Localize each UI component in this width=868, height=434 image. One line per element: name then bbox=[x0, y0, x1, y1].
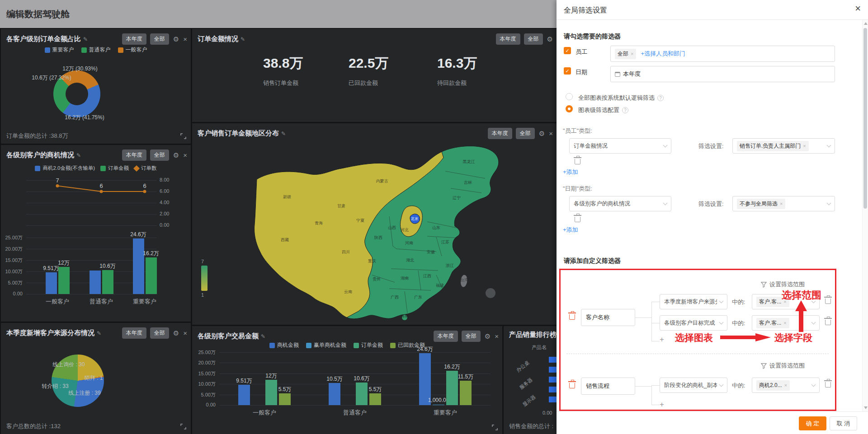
edit-pencil-icon[interactable]: ✎ bbox=[97, 330, 101, 336]
scope-button[interactable]: 全部 bbox=[516, 128, 535, 139]
employee-type-field-select[interactable]: 销售订单.负责人主属部门× bbox=[732, 138, 835, 154]
help-icon[interactable]: ? bbox=[622, 107, 628, 113]
china-map[interactable]: 新疆西藏青海甘肃内蒙古宁夏陕西山西河北北京黑龙江吉林辽宁山东河南江苏安徽湖北浙江… bbox=[192, 140, 557, 320]
delete-row-icon[interactable] bbox=[825, 299, 831, 304]
custom2-field-select-1[interactable]: 商机2.0...× bbox=[752, 378, 820, 393]
employee-tag[interactable]: 全部× bbox=[615, 49, 636, 59]
close-icon[interactable]: × bbox=[183, 329, 187, 337]
gear-icon[interactable]: ⚙ bbox=[173, 329, 179, 337]
gear-icon[interactable]: ⚙ bbox=[547, 35, 553, 43]
tag-close-icon[interactable]: × bbox=[780, 201, 783, 206]
custom2-chart-select-1[interactable]: 阶段变化的商机_副本 bbox=[660, 378, 727, 393]
legend-item[interactable]: 订单数 bbox=[134, 165, 157, 172]
card-actions: 本年度 全部 ⚙ bbox=[492, 33, 553, 45]
add-condition-button[interactable]: + bbox=[660, 400, 664, 409]
scope-button[interactable]: 全部 bbox=[150, 33, 169, 45]
help-icon[interactable]: ? bbox=[657, 95, 664, 101]
custom1-field-select-2[interactable]: 客户.客...× bbox=[752, 315, 820, 331]
employee-checkbox[interactable]: ✓ bbox=[564, 47, 571, 54]
select-people-link[interactable]: +选择人员和部门 bbox=[641, 50, 685, 58]
section-heading-custom: 请添加自定义筛选器 bbox=[564, 257, 621, 265]
confirm-button[interactable]: 确 定 bbox=[799, 416, 826, 430]
expand-icon[interactable] bbox=[492, 425, 498, 430]
period-button[interactable]: 本年度 bbox=[122, 149, 146, 161]
visualmap-legend[interactable]: 7 1 bbox=[201, 259, 213, 298]
cancel-button[interactable]: 取 消 bbox=[830, 416, 857, 430]
legend-item[interactable]: 重要客户 bbox=[45, 46, 74, 54]
date-type-field-select[interactable]: 不参与全局筛选× bbox=[732, 196, 835, 211]
close-icon[interactable]: × bbox=[549, 130, 553, 137]
set-filter-range-button[interactable]: 设置筛选范围 bbox=[761, 362, 805, 370]
date-checkbox[interactable]: ✓ bbox=[564, 67, 571, 75]
set-filter-range-button[interactable]: 设置筛选范围 bbox=[761, 280, 805, 289]
legend-item[interactable]: 已回款金额 bbox=[390, 341, 425, 349]
radio-chart-level[interactable] bbox=[566, 105, 573, 112]
add-date-type-link[interactable]: +添加 bbox=[563, 226, 578, 234]
legend-item[interactable]: 商机金额 bbox=[269, 341, 299, 349]
expand-icon[interactable] bbox=[180, 133, 186, 139]
period-button[interactable]: 本年度 bbox=[496, 33, 520, 45]
delete-row-icon[interactable] bbox=[825, 320, 831, 325]
close-icon[interactable]: × bbox=[183, 35, 187, 43]
panel-scrollbar[interactable] bbox=[862, 20, 868, 411]
add-condition-button[interactable]: + bbox=[660, 335, 664, 344]
period-button[interactable]: 本年度 bbox=[434, 331, 458, 342]
legend-item[interactable]: 订单金额 bbox=[100, 165, 129, 172]
delete-row-icon[interactable] bbox=[575, 159, 580, 164]
scroll-down-arrow[interactable] bbox=[864, 406, 868, 409]
legend-item[interactable]: 普通客户 bbox=[81, 46, 111, 54]
gear-icon[interactable]: ⚙ bbox=[173, 35, 179, 43]
gear-icon[interactable]: ⚙ bbox=[485, 332, 491, 341]
period-button[interactable]: 本年度 bbox=[488, 128, 512, 139]
scope-button[interactable]: 全部 bbox=[524, 33, 543, 45]
date-field[interactable]: 本年度 bbox=[610, 66, 835, 82]
add-employee-type-link[interactable]: +添加 bbox=[563, 168, 578, 176]
employee-type-chart-select[interactable]: 订单金额情况 bbox=[569, 138, 671, 154]
tree-line bbox=[651, 405, 660, 405]
field-tag[interactable]: 不参与全局筛选× bbox=[737, 199, 785, 209]
field-tag[interactable]: 商机2.0...× bbox=[756, 380, 790, 391]
custom-filter-name-input[interactable]: 客户名称 bbox=[581, 309, 635, 326]
field-tag[interactable]: 客户.客...× bbox=[756, 318, 789, 328]
period-button[interactable]: 本年度 bbox=[122, 327, 146, 339]
close-icon[interactable]: × bbox=[183, 151, 187, 159]
radio-default-logic[interactable] bbox=[566, 93, 573, 100]
legend-item[interactable]: 一般客户 bbox=[118, 46, 147, 54]
tag-close-icon[interactable]: × bbox=[803, 143, 806, 149]
edit-pencil-icon[interactable]: ✎ bbox=[281, 131, 286, 137]
delete-row-icon[interactable] bbox=[825, 382, 831, 387]
custom-filter-name-input[interactable]: 销售流程 bbox=[581, 378, 635, 395]
legend-item[interactable]: 商机2.0金额(不含输单) bbox=[35, 165, 95, 172]
delete-group-icon[interactable] bbox=[569, 314, 575, 320]
custom1-chart-select-1[interactable]: 本季度新增客户来源分 bbox=[660, 294, 727, 309]
panel-close-icon[interactable]: × bbox=[855, 4, 861, 14]
edit-pencil-icon[interactable]: ✎ bbox=[261, 333, 265, 340]
close-icon[interactable]: × bbox=[495, 332, 499, 340]
tag-close-icon[interactable]: × bbox=[783, 320, 786, 326]
scroll-up-arrow[interactable] bbox=[864, 22, 868, 25]
gear-icon[interactable]: ⚙ bbox=[173, 151, 179, 159]
map-province-label: 湖南 bbox=[401, 276, 409, 280]
edit-pencil-icon[interactable]: ✎ bbox=[83, 36, 88, 42]
date-type-chart-select[interactable]: 各级别客户的商机情况 bbox=[569, 196, 671, 211]
legend-item[interactable]: 订单金额 bbox=[354, 341, 383, 349]
card-actions: 本年度 全部 ⚙ × bbox=[430, 331, 499, 342]
legend-item[interactable]: 赢单商机金额 bbox=[306, 341, 346, 349]
scope-button[interactable]: 全部 bbox=[150, 149, 169, 161]
scope-button[interactable]: 全部 bbox=[462, 331, 481, 342]
employee-field[interactable]: 全部× +选择人员和部门 bbox=[610, 46, 835, 62]
field-tag[interactable]: 销售订单.负责人主属部门× bbox=[737, 141, 809, 151]
gear-icon[interactable]: ⚙ bbox=[539, 130, 545, 138]
edit-pencil-icon[interactable]: ✎ bbox=[76, 152, 81, 159]
period-button[interactable]: 本年度 bbox=[122, 33, 146, 45]
legend-swatch bbox=[306, 343, 311, 348]
edit-pencil-icon[interactable]: ✎ bbox=[241, 36, 245, 42]
tag-close-icon[interactable]: × bbox=[631, 51, 633, 56]
tag-close-icon[interactable]: × bbox=[784, 383, 787, 388]
delete-group-icon[interactable] bbox=[569, 383, 575, 388]
scope-button[interactable]: 全部 bbox=[150, 327, 169, 339]
custom1-chart-select-2[interactable]: 各级别客户目标完成 bbox=[660, 315, 727, 331]
expand-icon[interactable] bbox=[180, 424, 186, 429]
scrollbar-thumb[interactable] bbox=[863, 28, 867, 209]
delete-row-icon[interactable] bbox=[575, 217, 580, 222]
